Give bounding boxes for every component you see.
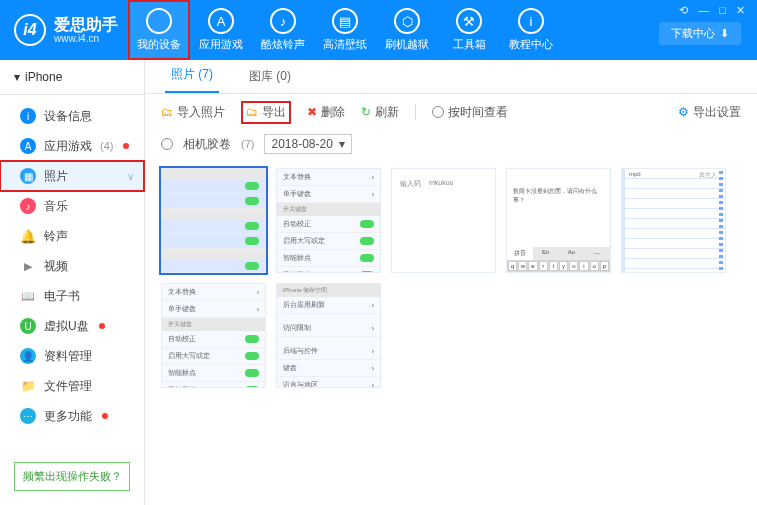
sidebar: ▾ iPhone i 设备信息 A 应用游戏 (4) ▦ 照片 ∨ ♪ 音乐 bbox=[0, 60, 145, 505]
info-icon: i bbox=[20, 108, 36, 124]
photo-thumb[interactable]: 数限卡没看到您面，请问有什么事？ 拼音 En Ao ⋯ qw er ty ui … bbox=[506, 168, 611, 273]
folder-out-icon: 🗂 bbox=[246, 105, 258, 119]
divider bbox=[415, 104, 416, 120]
nav-tutorials[interactable]: i 教程中心 bbox=[500, 0, 562, 60]
usb-icon: U bbox=[20, 318, 36, 334]
folder-icon: 📁 bbox=[20, 379, 36, 393]
wallpaper-icon: ▤ bbox=[332, 8, 358, 34]
tab-library[interactable]: 图库 (0) bbox=[243, 60, 297, 93]
export-settings-button[interactable]: ⚙ 导出设置 bbox=[678, 104, 741, 121]
sidebar-item-data[interactable]: 👤 资料管理 bbox=[0, 341, 144, 371]
nav-apps-games[interactable]: A 应用游戏 bbox=[190, 0, 252, 60]
delete-icon: ✖ bbox=[307, 105, 317, 119]
app-icon: A bbox=[208, 8, 234, 34]
view-by-time-radio[interactable]: 按时间查看 bbox=[432, 104, 508, 121]
sidebar-item-files[interactable]: 📁 文件管理 bbox=[0, 371, 144, 401]
more-icon: ⋯ bbox=[20, 408, 36, 424]
sidebar-item-more[interactable]: ⋯ 更多功能 bbox=[0, 401, 144, 431]
user-icon: 👤 bbox=[20, 348, 36, 364]
logo-icon: i4 bbox=[14, 14, 46, 46]
badge-dot bbox=[99, 323, 105, 329]
chevron-down-icon: ∨ bbox=[127, 171, 134, 182]
refresh-button[interactable]: ↻ 刷新 bbox=[361, 104, 399, 121]
radio-icon[interactable] bbox=[161, 138, 173, 150]
chevron-down-icon: ▾ bbox=[14, 70, 20, 84]
radio-icon bbox=[432, 106, 444, 118]
delete-button[interactable]: ✖ 删除 bbox=[307, 104, 345, 121]
top-nav: 我的设备 A 应用游戏 ♪ 酷炫铃声 ▤ 高清壁纸 ⬡ 刷机越狱 ⚒ 工具箱 i… bbox=[128, 0, 562, 60]
content-tabs: 照片 (7) 图库 (0) bbox=[145, 60, 757, 94]
app-name: 爱思助手 bbox=[54, 16, 118, 34]
badge-dot bbox=[102, 413, 108, 419]
box-icon: ⬡ bbox=[394, 8, 420, 34]
music-icon: ♪ bbox=[20, 198, 36, 214]
video-icon: ▶ bbox=[20, 260, 36, 273]
hammer-icon: ⚒ bbox=[456, 8, 482, 34]
book-icon: 📖 bbox=[20, 290, 36, 303]
app-logo: i4 爱思助手 www.i4.cn bbox=[0, 14, 128, 46]
import-button[interactable]: 🗂 导入照片 bbox=[161, 104, 225, 121]
badge-dot bbox=[123, 143, 129, 149]
app-url: www.i4.cn bbox=[54, 33, 118, 44]
chevron-down-icon: ▾ bbox=[339, 137, 345, 151]
maximize-button[interactable]: □ bbox=[719, 4, 726, 17]
sidebar-item-music[interactable]: ♪ 音乐 bbox=[0, 191, 144, 221]
photo-thumb[interactable] bbox=[161, 168, 266, 273]
photo-thumb[interactable]: iPhone 储存空间 后台应用刷新› 访问限制› 后端与控件› 键盘› 语言与… bbox=[276, 283, 381, 388]
nav-wallpapers[interactable]: ▤ 高清壁纸 bbox=[314, 0, 376, 60]
download-icon: ⬇ bbox=[720, 27, 729, 40]
app-header: i4 爱思助手 www.i4.cn 我的设备 A 应用游戏 ♪ 酷炫铃声 ▤ 高… bbox=[0, 0, 757, 60]
sidebar-item-videos[interactable]: ▶ 视频 bbox=[0, 251, 144, 281]
export-button[interactable]: 🗂 导出 bbox=[241, 101, 291, 124]
feedback-button[interactable]: ⟲ bbox=[679, 4, 688, 17]
main-panel: 照片 (7) 图库 (0) 🗂 导入照片 🗂 导出 ✖ 删除 ↻ bbox=[145, 60, 757, 505]
info-icon: i bbox=[518, 8, 544, 34]
sidebar-item-apps[interactable]: A 应用游戏 (4) bbox=[0, 131, 144, 161]
folder-in-icon: 🗂 bbox=[161, 105, 173, 119]
album-count: (7) bbox=[241, 138, 254, 150]
photo-thumb[interactable]: 文本替换› 单手键盘› 开关键盘 自动校正 启用大写或定 智能标点 字符预览 bbox=[276, 168, 381, 273]
sidebar-item-ebooks[interactable]: 📖 电子书 bbox=[0, 281, 144, 311]
music-note-icon: ♪ bbox=[270, 8, 296, 34]
photo-thumb[interactable]: mpd 其生人 bbox=[621, 168, 726, 273]
toolbar: 🗂 导入照片 🗂 导出 ✖ 删除 ↻ 刷新 按时间查看 ⚙ 导出 bbox=[145, 94, 757, 130]
sidebar-item-usb[interactable]: U 虚拟U盘 bbox=[0, 311, 144, 341]
window-controls: ⟲ — □ ✕ bbox=[679, 4, 745, 17]
date-dropdown[interactable]: 2018-08-20 ▾ bbox=[264, 134, 351, 154]
nav-ringtones[interactable]: ♪ 酷炫铃声 bbox=[252, 0, 314, 60]
photo-icon: ▦ bbox=[20, 168, 36, 184]
device-name: iPhone bbox=[25, 70, 62, 84]
filter-row: 相机胶卷 (7) 2018-08-20 ▾ bbox=[145, 130, 757, 158]
sidebar-item-device-info[interactable]: i 设备信息 bbox=[0, 101, 144, 131]
sidebar-item-ringtones[interactable]: 🔔 铃声 bbox=[0, 221, 144, 251]
nav-toolbox[interactable]: ⚒ 工具箱 bbox=[438, 0, 500, 60]
device-selector[interactable]: ▾ iPhone bbox=[0, 60, 144, 95]
gear-icon: ⚙ bbox=[678, 105, 689, 119]
help-link[interactable]: 频繁出现操作失败？ bbox=[14, 462, 130, 491]
tab-photos[interactable]: 照片 (7) bbox=[165, 58, 219, 93]
minimize-button[interactable]: — bbox=[698, 4, 709, 17]
photo-grid: 文本替换› 单手键盘› 开关键盘 自动校正 启用大写或定 智能标点 字符预览 输… bbox=[145, 158, 757, 505]
app-icon: A bbox=[20, 138, 36, 154]
nav-my-device[interactable]: 我的设备 bbox=[128, 0, 190, 60]
download-center-button[interactable]: 下载中心 ⬇ bbox=[659, 22, 741, 45]
close-button[interactable]: ✕ bbox=[736, 4, 745, 17]
bell-icon: 🔔 bbox=[20, 229, 36, 244]
photo-thumb[interactable]: 输入码 mkukoo bbox=[391, 168, 496, 273]
photo-thumb[interactable]: 文本替换› 单手键盘› 开关键盘 自动校正 启用大写或定 智能标点 字符预览 bbox=[161, 283, 266, 388]
nav-flash-jailbreak[interactable]: ⬡ 刷机越狱 bbox=[376, 0, 438, 60]
refresh-icon: ↻ bbox=[361, 105, 371, 119]
album-name: 相机胶卷 bbox=[183, 136, 231, 153]
sidebar-item-photos[interactable]: ▦ 照片 ∨ bbox=[0, 161, 144, 191]
apple-icon bbox=[146, 8, 172, 34]
